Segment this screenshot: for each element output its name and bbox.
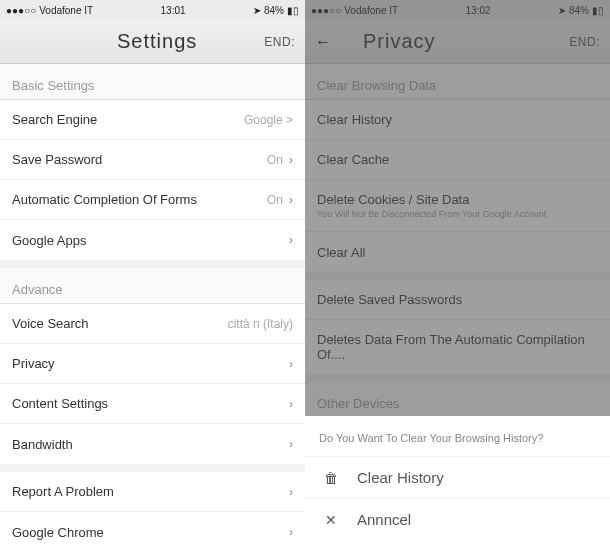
battery-label: 84% (264, 5, 284, 16)
section-basic: Basic Settings (0, 64, 305, 100)
battery-icon: ▮▯ (287, 5, 299, 16)
row-search-engine[interactable]: Search Engine Google > (0, 100, 305, 140)
section-advance: Advance (0, 268, 305, 304)
row-value: On (267, 193, 283, 207)
row-label: Delete Cookies / Site Data (317, 192, 546, 207)
status-bar: ●●●○○ Vodafone IT 13:02 ➤ 84% ▮▯ (305, 0, 610, 20)
sheet-cancel[interactable]: ✕ Annncel (305, 498, 610, 540)
row-voice-search[interactable]: Voice Search città n (Italy) (0, 304, 305, 344)
row-delete-cookies[interactable]: Delete Cookies / Site Data You Will Not … (305, 180, 610, 232)
chevron-right-icon: › (289, 193, 293, 207)
location-icon: ➤ (558, 5, 566, 16)
battery-icon: ▮▯ (592, 5, 604, 16)
carrier-label: Vodafone IT (344, 5, 398, 16)
chevron-right-icon: › (289, 233, 293, 247)
row-clear-all[interactable]: Clear All (305, 232, 610, 272)
section-clear-data: Clear Browsing Data (305, 64, 610, 100)
settings-header: Settings END: (0, 20, 305, 64)
location-icon: ➤ (253, 5, 261, 16)
row-label: Clear History (317, 112, 392, 127)
row-delete-saved-passwords[interactable]: Delete Saved Passwords (305, 280, 610, 320)
arrow-left-icon: ← (315, 33, 331, 51)
status-time: 13:02 (466, 5, 491, 16)
back-button[interactable]: ← (315, 33, 355, 51)
close-icon: ✕ (323, 512, 339, 528)
chevron-right-icon: › (289, 485, 293, 499)
row-save-password[interactable]: Save Password On› (0, 140, 305, 180)
sheet-clear-history[interactable]: 🗑 Clear History (305, 456, 610, 498)
row-auto-forms[interactable]: Automatic Completion Of Forms On› (0, 180, 305, 220)
row-report-problem[interactable]: Report A Problem › (0, 472, 305, 512)
chevron-right-icon: › (289, 397, 293, 411)
privacy-header: ← Privacy END: (305, 20, 610, 64)
end-button[interactable]: END: (264, 35, 295, 49)
row-label: Delete Saved Passwords (317, 292, 462, 307)
row-subtext: You Will Not Be Disconnected From Your G… (317, 209, 546, 219)
signal-dots: ●●●○○ (6, 5, 36, 16)
row-value: Google > (244, 113, 293, 127)
page-title: Privacy (355, 30, 569, 53)
row-label: Search Engine (12, 112, 97, 127)
row-label: Content Settings (12, 396, 108, 411)
row-clear-history[interactable]: Clear History (305, 100, 610, 140)
chevron-right-icon: › (289, 525, 293, 539)
row-clear-cache[interactable]: Clear Cache (305, 140, 610, 180)
row-label: Voice Search (12, 316, 89, 331)
status-bar: ●●●○○ Vodafone IT 13:01 ➤ 84% ▮▯ (0, 0, 305, 20)
trash-icon: 🗑 (323, 470, 339, 486)
sheet-row-label: Annncel (357, 511, 411, 528)
row-privacy[interactable]: Privacy › (0, 344, 305, 384)
settings-content: Basic Settings Search Engine Google > Sa… (0, 64, 305, 546)
chevron-right-icon: › (289, 437, 293, 451)
row-label: Bandwidth (12, 437, 73, 452)
carrier-label: Vodafone IT (39, 5, 93, 16)
page-title: Settings (117, 30, 197, 53)
row-content-settings[interactable]: Content Settings › (0, 384, 305, 424)
row-label: Report A Problem (12, 484, 114, 499)
section-other-devices: Other Devices (305, 382, 610, 418)
sheet-row-label: Clear History (357, 469, 444, 486)
row-delete-autocomp[interactable]: Deletes Data From The Automatic Compilat… (305, 320, 610, 374)
confirm-sheet: Do You Want To Clear Your Browsing Histo… (305, 416, 610, 546)
end-button[interactable]: END: (569, 35, 600, 49)
chevron-right-icon: › (289, 153, 293, 167)
row-label: Google Apps (12, 233, 86, 248)
row-value: On (267, 153, 283, 167)
row-label: Deletes Data From The Automatic Compilat… (317, 332, 598, 362)
sheet-prompt: Do You Want To Clear Your Browsing Histo… (305, 426, 610, 456)
row-label: Automatic Completion Of Forms (12, 192, 197, 207)
row-google-chrome[interactable]: Google Chrome › (0, 512, 305, 546)
battery-label: 84% (569, 5, 589, 16)
row-label: Google Chrome (12, 525, 104, 540)
row-bandwidth[interactable]: Bandwidth › (0, 424, 305, 464)
chevron-right-icon: › (289, 357, 293, 371)
row-value: città n (Italy) (228, 317, 293, 331)
row-label: Save Password (12, 152, 102, 167)
row-label: Clear All (317, 245, 365, 260)
settings-screen: ●●●○○ Vodafone IT 13:01 ➤ 84% ▮▯ Setting… (0, 0, 305, 546)
row-google-apps[interactable]: Google Apps › (0, 220, 305, 260)
signal-dots: ●●●○○ (311, 5, 341, 16)
privacy-screen: ●●●○○ Vodafone IT 13:02 ➤ 84% ▮▯ ← Priva… (305, 0, 610, 546)
row-label: Privacy (12, 356, 55, 371)
row-label: Clear Cache (317, 152, 389, 167)
status-time: 13:01 (161, 5, 186, 16)
